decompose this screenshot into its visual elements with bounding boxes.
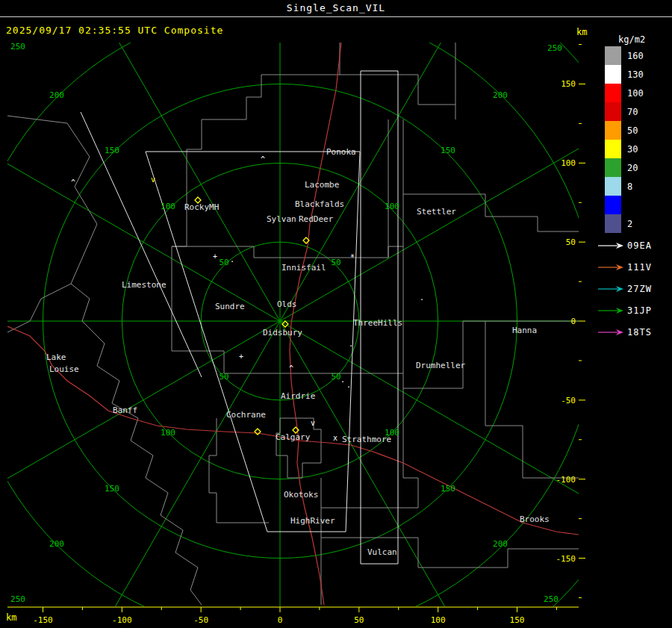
map-symbol: + bbox=[213, 252, 217, 261]
right-axis-tick-label: -100 bbox=[556, 475, 576, 485]
radar-map-display[interactable]: 5050505010010010010015015015015020020020… bbox=[7, 43, 599, 606]
ring-distance-label: 100 bbox=[161, 428, 175, 438]
city-label-Stettler: Stettler bbox=[417, 207, 456, 217]
city-label-Calgary: Calgary bbox=[276, 432, 311, 442]
ring-distance-label: 250 bbox=[10, 594, 25, 604]
colorbar-swatch bbox=[605, 177, 621, 196]
city-label-Olds: Olds bbox=[277, 299, 297, 309]
city-label-Vulcan: Vulcan bbox=[367, 547, 397, 557]
city-label-Limestone: Limestone bbox=[122, 280, 167, 290]
vil-colorbar: 1601301007050302082 bbox=[605, 46, 653, 233]
colorbar-entry: 20 bbox=[605, 158, 653, 177]
bottom-axis-tick-label: -50 bbox=[193, 615, 208, 625]
ring-distance-label: 250 bbox=[544, 594, 559, 604]
map-symbol: · bbox=[420, 296, 424, 304]
right-axis-tick-label: 0 bbox=[570, 317, 576, 326]
county-boundary bbox=[403, 321, 463, 388]
radar-site-row: 31JP bbox=[597, 299, 652, 321]
right-axis-tick-label: -150 bbox=[556, 554, 576, 564]
city-label-Lake: Lake bbox=[46, 352, 66, 362]
colorbar-value: 70 bbox=[627, 107, 653, 117]
city-label-Brooks: Brooks bbox=[520, 514, 550, 524]
ring-distance-label: 150 bbox=[441, 484, 455, 494]
radar-site-id: 27ZW bbox=[627, 284, 652, 294]
city-label-HighRiver: HighRiver bbox=[290, 516, 335, 526]
colorbar-value: 130 bbox=[627, 69, 653, 80]
radar-site-arrow-icon bbox=[597, 241, 624, 250]
radar-site-row: 111V bbox=[597, 256, 652, 278]
map-symbol: + bbox=[239, 352, 243, 361]
map-symbol: · bbox=[230, 258, 234, 266]
radar-site-arrow-icon bbox=[597, 306, 624, 315]
map-symbol: * bbox=[350, 253, 355, 261]
city-label-Banff: Banff bbox=[113, 405, 137, 415]
radar-site-id: 09EA bbox=[627, 240, 652, 251]
county-boundary bbox=[172, 351, 403, 373]
ring-distance-label: 50 bbox=[219, 372, 228, 382]
county-boundary bbox=[7, 284, 71, 332]
ring-distance-label: 150 bbox=[105, 484, 119, 494]
city-label-ThreeHills: ThreeHills bbox=[353, 318, 402, 328]
colorbar-entry bbox=[605, 196, 653, 214]
radar-site-arrow-icon bbox=[597, 328, 624, 337]
ring-distance-label: 250 bbox=[547, 43, 562, 53]
radar-site-row: 09EA bbox=[597, 234, 652, 256]
colorbar-value: 100 bbox=[627, 88, 653, 99]
bottom-axis: -150-100-50050100150 bbox=[0, 605, 672, 628]
colorbar-swatch bbox=[605, 84, 621, 102]
colorbar-value: 20 bbox=[627, 163, 653, 173]
ring-distance-label: 200 bbox=[493, 539, 508, 549]
ring-distance-label: 200 bbox=[49, 90, 64, 100]
ring-distance-label: 50 bbox=[331, 372, 340, 382]
ring-distance-label: 100 bbox=[385, 202, 399, 211]
bottom-axis-tick-label: 0 bbox=[278, 615, 283, 625]
colorbar-swatch bbox=[605, 65, 621, 84]
ring-distance-label: 100 bbox=[161, 202, 175, 211]
radar-site-row: 18TS bbox=[597, 321, 652, 343]
map-symbol: x bbox=[333, 434, 337, 442]
county-boundary bbox=[7, 116, 97, 284]
colorbar-entry: 130 bbox=[605, 65, 653, 84]
bottom-axis-tick-label: -100 bbox=[112, 615, 132, 625]
radar-site-id: 18TS bbox=[627, 327, 652, 338]
map-symbol: ^ bbox=[71, 178, 75, 187]
colorbar-value: 50 bbox=[627, 125, 653, 136]
bottom-axis-tick-label: 150 bbox=[510, 615, 525, 625]
radar-site-row: 27ZW bbox=[597, 278, 652, 299]
colorbar-value: 30 bbox=[627, 144, 653, 155]
colorbar-entry: 8 bbox=[605, 177, 653, 196]
map-symbol: · bbox=[346, 383, 351, 391]
ring-distance-label: 200 bbox=[493, 90, 508, 100]
county-boundary bbox=[321, 538, 579, 568]
colorbar-swatch bbox=[605, 102, 621, 121]
city-label-Ponoka: Ponoka bbox=[326, 147, 356, 157]
city-label-Didsbury: Didsbury bbox=[263, 328, 302, 338]
colorbar-value: 8 bbox=[627, 181, 653, 192]
colorbar-unit-label: kg/m2 bbox=[618, 34, 645, 45]
colorbar-swatch bbox=[605, 121, 621, 140]
radar-site-id: 31JP bbox=[627, 305, 652, 316]
county-boundary bbox=[276, 418, 321, 478]
city-label-Louise: Louise bbox=[49, 364, 79, 374]
colorbar-entry: 70 bbox=[605, 102, 653, 121]
map-symbol: · bbox=[340, 378, 345, 386]
radar-site-legend: 09EA111V27ZW31JP18TS bbox=[597, 234, 652, 343]
city-label-Innisfail: Innisfail bbox=[281, 263, 326, 273]
map-symbol: ^ bbox=[289, 364, 293, 373]
radar-site-arrow-icon bbox=[597, 263, 624, 272]
ring-distance-label: 50 bbox=[331, 258, 340, 267]
colorbar-value: 2 bbox=[627, 219, 653, 229]
colorbar-entry: 50 bbox=[605, 121, 653, 140]
colorbar-entry: 30 bbox=[605, 140, 653, 158]
city-label-Blackfalds: Blackfalds bbox=[295, 199, 344, 209]
scan-timestamp: 2025/09/17 02:35:55 UTC Composite bbox=[6, 25, 223, 36]
colorbar-swatch bbox=[605, 140, 621, 158]
county-boundary bbox=[71, 284, 202, 605]
city-label-Drumheller: Drumheller bbox=[416, 361, 466, 370]
city-label-Lacombe: Lacombe bbox=[305, 180, 339, 190]
colorbar-swatch bbox=[605, 46, 621, 65]
city-label-RockyMH: RockyMH bbox=[184, 202, 219, 212]
city-label-Okotoks: Okotoks bbox=[284, 490, 318, 500]
colorbar-value: 160 bbox=[627, 51, 653, 61]
right-axis-tick-label: 50 bbox=[566, 237, 576, 247]
